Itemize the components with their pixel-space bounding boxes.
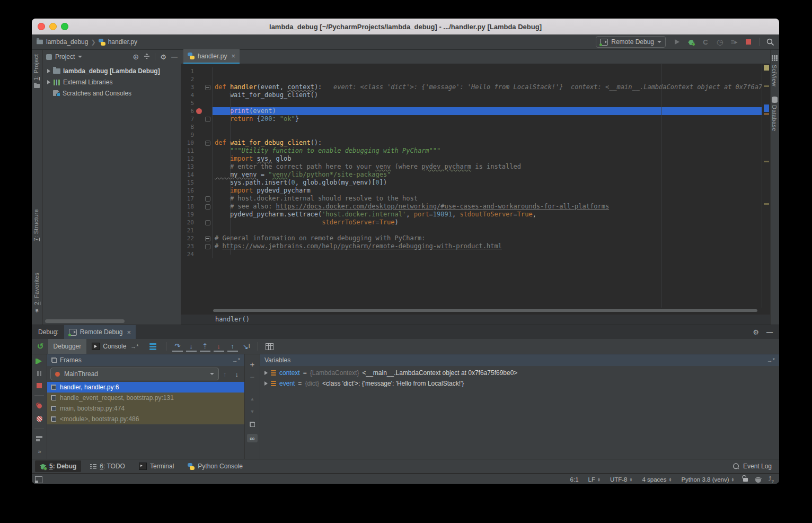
resume-icon[interactable] [37,359,42,364]
code-line[interactable]: 23# https://www.jetbrains.com/help/pycha… [181,242,770,250]
pause-icon[interactable] [37,371,41,376]
restore-layout-icon[interactable] [36,436,42,441]
gutter[interactable] [194,234,213,242]
hide-panel-icon[interactable]: — [171,53,178,60]
code-line[interactable]: 18 # see also: https://docs.docker.com/d… [181,203,770,211]
gutter[interactable] [194,83,213,91]
run-button[interactable] [672,37,682,47]
more-icon[interactable]: » [38,448,40,455]
gutter[interactable] [194,123,213,131]
variable-row[interactable]: event = {dict} <class 'dict'>: {'message… [260,378,779,389]
gutter[interactable] [194,219,213,226]
code-line[interactable]: 17 # host.docker.internal should resolve… [181,195,770,203]
project-panel-title[interactable]: Project [55,53,75,60]
code-line[interactable]: 15 sys.path.insert(0, glob.glob(my_venv)… [181,179,770,187]
ide-updates-icon[interactable]: ⤴? [769,475,774,484]
project-tree-item[interactable]: Scratches and Consoles [43,88,181,99]
gutter[interactable] [194,155,213,163]
gutter[interactable] [194,131,213,139]
fold-marker-icon[interactable] [205,196,210,202]
encoding-select[interactable]: UTF-8▲▼ [610,476,633,483]
gutter[interactable] [194,242,213,250]
stop-icon[interactable] [37,383,42,388]
gutter[interactable] [194,147,213,155]
toolwindow-button-structure[interactable]: 7: Structure [33,209,39,241]
debug-session-tab[interactable]: Remote Debug × [64,325,136,339]
rerun-icon[interactable]: ↻ [37,342,44,351]
move-down-icon[interactable]: ▼ [250,405,255,418]
search-everywhere-icon[interactable] [765,37,775,47]
stack-frame[interactable]: main, bootstrap.py:474 [47,403,244,414]
pin-icon[interactable]: →* [232,357,240,363]
stop-button[interactable] [744,37,753,47]
inspections-profile-icon[interactable] [755,477,761,483]
step-over-icon[interactable]: ↷ [172,341,183,352]
gutter[interactable] [194,226,213,234]
gutter[interactable] [194,91,213,99]
fold-marker-icon[interactable] [205,244,210,249]
code-line[interactable]: 3def handler(event, context): event: <cl… [181,83,770,91]
gutter[interactable] [194,250,213,258]
fold-marker-icon[interactable] [205,141,210,146]
code-line[interactable]: 16 import pydevd_pycharm [181,187,770,195]
editor-breadcrumb[interactable]: handler() [181,314,770,325]
locate-file-icon[interactable]: ⊕ [133,53,139,61]
step-into-my-code-icon[interactable]: ↓ [214,341,224,352]
gutter[interactable] [194,99,213,107]
code-line[interactable]: 20 stderrToServer=True) [181,219,770,226]
view-options-icon[interactable] [149,343,156,350]
indent-select[interactable]: 4 spaces▲▼ [642,476,672,483]
line-ending-select[interactable]: LF▲▼ [588,476,601,483]
code-line[interactable]: 13 # enter the correct path here to your… [181,163,770,171]
error-stripe[interactable] [762,64,770,308]
mute-breakpoints-icon[interactable] [37,416,42,422]
code-line[interactable]: 1 [181,67,770,75]
thread-select[interactable]: MainThread [50,368,219,380]
unlock-icon[interactable] [743,478,748,482]
tab-console[interactable]: Console →* [86,339,144,354]
toolwindow-button-terminal[interactable]: Terminal [134,460,179,472]
code-line[interactable]: 22# General information on remote debugg… [181,234,770,242]
pin-icon[interactable]: →* [767,357,775,363]
project-tree-item[interactable]: External Libraries [43,76,181,88]
code-line[interactable]: 6 print(event) [181,107,770,115]
close-session-icon[interactable]: × [127,328,131,336]
code-line[interactable]: 19 pydevd_pycharm.settrace('host.docker.… [181,211,770,219]
collapse-all-icon[interactable] [144,53,150,61]
next-frame-icon[interactable]: ↓ [235,370,239,378]
remove-watch-icon[interactable]: − [250,370,255,383]
stack-frame[interactable]: handle_event_request, bootstrap.py:131 [47,393,244,403]
duplicate-watch-icon[interactable] [250,418,255,431]
code-line[interactable]: 4 wait_for_debug_client() [181,91,770,99]
gutter[interactable] [194,163,213,171]
code-line[interactable]: 11 """Utility function to enable debuggi… [181,147,770,155]
expand-arrow-icon[interactable] [47,69,50,73]
code-line[interactable]: 5 [181,99,770,107]
show-watches-icon[interactable]: ∞ [247,434,258,442]
code-line[interactable]: 9 [181,131,770,139]
project-hscrollbar[interactable] [45,319,125,323]
event-log-button[interactable]: Event Log [732,463,776,470]
step-out-icon[interactable]: ↑ [227,341,238,352]
fold-marker-icon[interactable] [205,220,210,225]
gutter[interactable] [194,203,213,211]
code-line[interactable]: 2 [181,75,770,83]
toolwindow-button-debug[interactable]: 5: Debug [35,460,81,472]
hide-panel-icon[interactable]: — [766,328,773,336]
interpreter-select[interactable]: Python 3.8 (venv)▲▼ [681,476,734,483]
toolwindow-button-favorites[interactable]: ★ 2: Favorites [33,273,40,314]
debug-button[interactable] [686,37,696,47]
move-up-icon[interactable]: ▲ [250,393,255,405]
gutter[interactable] [194,115,213,123]
run-to-cursor-icon[interactable]: ↘I [241,342,252,351]
editor-hscrollbar[interactable] [181,308,770,314]
fold-marker-icon[interactable] [205,117,210,122]
code-line[interactable]: 12 import sys, glob [181,155,770,163]
caret-position[interactable]: 6:1 [570,476,579,483]
gutter[interactable] [194,171,213,179]
code-line[interactable]: 10def wait_for_debug_client(): [181,139,770,147]
profiler-button[interactable]: ◷ [715,37,725,47]
stack-frame[interactable]: <module>, bootstrap.py:486 [47,414,244,424]
step-into-icon[interactable]: ↓ [186,341,197,352]
project-tree-item[interactable]: lambda_debug [Lambda Debug] [43,65,181,76]
